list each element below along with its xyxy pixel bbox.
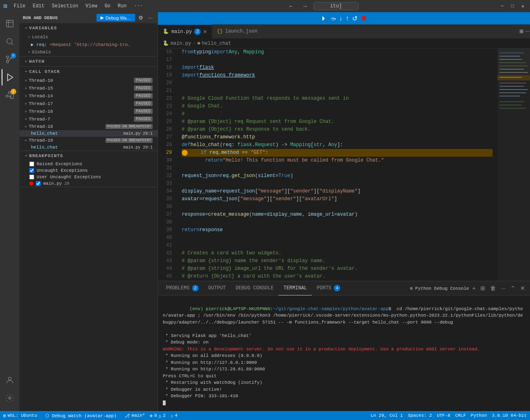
status-debug-watch[interactable]: ⬡ Debug Watch (avatar-app) — [42, 413, 120, 418]
bp-uncaught-exceptions[interactable]: Uncaught Exceptions — [20, 167, 158, 174]
thread-18-frame-0[interactable]: hello_chat main.py 29:1 — [20, 130, 158, 137]
explorer-icon[interactable] — [2, 15, 18, 32]
code-line-17 — [182, 56, 493, 64]
problems-label: PROBLEMS — [166, 285, 190, 291]
menu-edit[interactable]: Edit — [29, 2, 48, 10]
breakpoints-label: BREAKPOINTS — [29, 153, 64, 158]
editor-more-button[interactable]: ··· — [524, 28, 530, 35]
terminal-content[interactable]: (env) pierrick@LAPTOP-HKU5PNNG:~/git/goo… — [158, 295, 530, 411]
code-content[interactable]: from typing import Any, Mapping import f… — [177, 48, 497, 281]
thread-19-item[interactable]: Thread-19 PAUSED ON BREAKPOINT — [20, 137, 158, 144]
thread-7-item[interactable]: Thread-7 PAUSED — [20, 115, 158, 123]
terminal-new-button[interactable]: + — [471, 284, 477, 292]
var-req[interactable]: ▶ req: <Request 'http://charming-tro… — [20, 41, 158, 48]
terminal-more-button[interactable]: ··· — [499, 284, 507, 292]
thread-10-item[interactable]: Thread-10 PAUSED — [20, 77, 158, 84]
tab-main-py-close[interactable]: ✕ — [203, 29, 206, 35]
status-python-version[interactable]: 3.8.10 64-bit — [492, 413, 527, 418]
locals-subsection[interactable]: Locals — [20, 33, 158, 41]
debug-restart-button[interactable]: ↺ — [351, 14, 358, 23]
nav-back-button[interactable]: ← — [286, 2, 296, 10]
panel-tab-output[interactable]: OUTPUT — [204, 281, 231, 295]
panel-tab-terminal[interactable]: TERMINAL — [278, 281, 312, 295]
status-eol[interactable]: CRLF — [455, 413, 466, 418]
panel-tab-problems[interactable]: PROBLEMS 2 — [161, 281, 204, 295]
status-spaces[interactable]: Spaces: 2 — [408, 413, 432, 418]
menu-selection[interactable]: Selection — [48, 2, 81, 10]
bp-uncaught-checkbox[interactable] — [29, 168, 34, 173]
status-wsl[interactable]: ⊞ WSL: Ubuntu — [3, 413, 37, 418]
terminal-trash-button[interactable]: 🗑 — [488, 284, 497, 292]
status-errors[interactable]: ⊗ 0 △ 2 — [150, 413, 165, 418]
debug-play-button[interactable]: ▶ Debug Wa… — [96, 14, 135, 22]
status-cursor-pos[interactable]: Ln 29, Col 1 — [371, 413, 403, 418]
window-maximize[interactable]: □ — [509, 2, 517, 10]
call-stack-section-title[interactable]: CALL STACK — [20, 67, 158, 77]
panel-actions: ⚙ Python Debug Console + ⊞ 🗑 ··· ⌃ ✕ — [410, 284, 527, 292]
panel-maximize-button[interactable]: ⌃ — [509, 284, 517, 292]
debug-gear-button[interactable]: ⚙ — [137, 14, 145, 22]
thread-15-item[interactable]: Thread-15 PAUSED — [20, 84, 158, 92]
breadcrumb-file[interactable]: main.py — [171, 41, 191, 46]
globals-subsection[interactable]: Globals — [20, 48, 158, 56]
editor-split-button[interactable]: ⊞ — [519, 28, 524, 35]
tab-launch-json-label: launch.json — [225, 28, 257, 34]
thread-14-item[interactable]: Thread-14 PAUSED — [20, 92, 158, 100]
tab-launch-json[interactable]: {} launch.json — [212, 24, 263, 39]
thread-19-frame-0[interactable]: hello_chat main.py 29:1 — [20, 144, 158, 151]
thread-19-file: main.py 29:1 — [123, 145, 153, 150]
status-branch[interactable]: ⎇ main* — [125, 413, 145, 418]
thread-16-item[interactable]: Thread-16 PAUSED — [20, 107, 158, 115]
breadcrumb-func[interactable]: hello_chat — [202, 41, 231, 46]
status-warnings-label: 2 — [163, 413, 166, 418]
menu-file[interactable]: File — [11, 2, 29, 10]
call-stack-chevron — [24, 69, 28, 74]
window-close[interactable]: ✕ — [519, 2, 527, 10]
debug-step-out-button[interactable]: ↑ — [345, 14, 350, 23]
menu-run[interactable]: Run — [114, 2, 130, 10]
thread-18-item[interactable]: Thread-18 PAUSED ON BREAKPOINT — [20, 123, 158, 130]
bp-main-py[interactable]: main.py 29 — [20, 180, 158, 187]
watch-section-title[interactable]: WATCH — [20, 57, 158, 66]
tab-main-py[interactable]: 🐍 main.py 2 ✕ — [158, 24, 212, 39]
bp-main-py-checkbox[interactable] — [36, 181, 41, 186]
debug-more-button[interactable]: ··· — [147, 14, 154, 22]
source-control-badge: 5 — [11, 53, 16, 59]
panel-tab-debug-console[interactable]: DEBUG CONSOLE — [231, 281, 279, 295]
panel-close-button[interactable]: ✕ — [519, 284, 527, 292]
watch-chevron — [24, 59, 28, 64]
code-line-38 — [182, 219, 493, 226]
nav-forward-button[interactable]: → — [300, 2, 310, 10]
status-ports[interactable]: ⚠ 4 — [171, 413, 177, 418]
svg-point-1 — [7, 39, 12, 44]
menu-more[interactable]: ··· — [131, 2, 146, 10]
bp-raised-exceptions[interactable]: Raised Exceptions — [20, 161, 158, 167]
search-icon[interactable] — [2, 33, 18, 50]
window-minimize[interactable]: ─ — [498, 2, 506, 10]
panel-tab-ports[interactable]: PORTS 4 — [312, 281, 345, 295]
thread-16-name: Thread-16 — [29, 109, 53, 114]
variables-section-title[interactable]: VARIABLES — [20, 23, 158, 33]
terminal-split-button[interactable]: ⊞ — [479, 284, 487, 292]
thread-17-item[interactable]: Thread-17 PAUSED — [20, 100, 158, 107]
accounts-icon[interactable] — [2, 372, 18, 388]
debug-icon[interactable] — [2, 69, 18, 85]
status-language[interactable]: Python — [471, 413, 487, 418]
minimap — [497, 48, 530, 281]
bp-raised-checkbox[interactable] — [29, 162, 34, 166]
menu-view[interactable]: View — [82, 2, 101, 10]
status-encoding[interactable]: UTF-8 — [437, 413, 450, 418]
debug-step-into-button[interactable]: ↓ — [338, 14, 343, 23]
debug-stop-button[interactable]: ⏹ — [360, 14, 368, 23]
extensions-icon[interactable]: 1 — [2, 87, 18, 103]
code-editor[interactable]: 1617181920 2122232425 262728 29 30313233… — [158, 48, 497, 281]
breakpoints-section-title[interactable]: BREAKPOINTS — [20, 151, 158, 161]
debug-step-over-button[interactable]: ⤼ — [330, 14, 337, 23]
debug-continue-button[interactable]: ⏵ — [320, 14, 328, 23]
bp-user-uncaught-exceptions[interactable]: User Uncaught Exceptions — [20, 174, 158, 180]
status-language-label: Python — [471, 413, 487, 418]
menu-go[interactable]: Go — [101, 2, 114, 10]
bp-user-uncaught-checkbox[interactable] — [29, 175, 34, 179]
settings-icon[interactable] — [2, 390, 18, 406]
source-control-icon[interactable]: 5 — [2, 51, 18, 68]
